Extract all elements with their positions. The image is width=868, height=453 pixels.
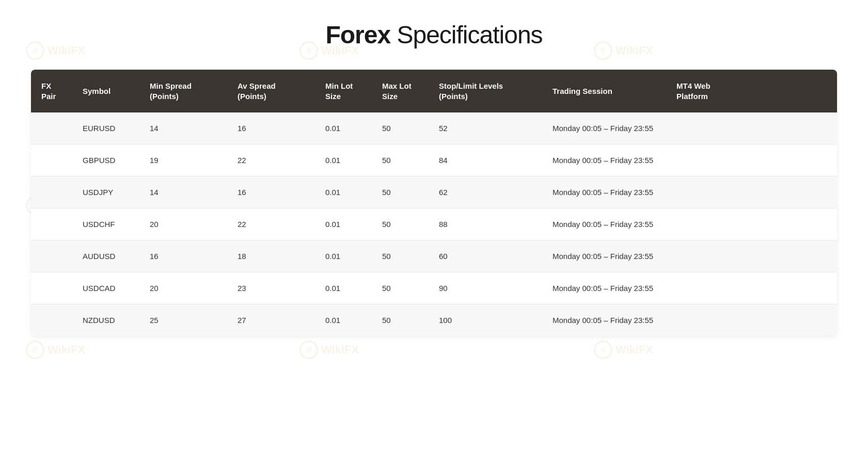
cell-fx-pair [31,144,72,176]
cell-stop-limit: 100 [429,304,542,336]
cell-min-lot: 0.01 [315,240,372,272]
header-row: FXPair Symbol Min Spread(Points) Av Spre… [31,70,837,112]
cell-av-spread: 22 [227,208,315,240]
cell-stop-limit: 88 [429,208,542,240]
cell-symbol: USDJPY [72,176,139,208]
cell-max-lot: 50 [372,176,429,208]
cell-stop-limit: 62 [429,176,542,208]
th-min-lot: Min LotSize [315,70,372,112]
cell-min-lot: 0.01 [315,272,372,304]
cell-fx-pair [31,176,72,208]
th-av-spread: Av Spread(Points) [227,70,315,112]
page-wrapper: Forex Specifications FXPair Symbol Min S… [0,0,868,357]
cell-min-lot: 0.01 [315,208,372,240]
th-trading-session: Trading Session [542,70,666,112]
cell-av-spread: 16 [227,112,315,144]
cell-stop-limit: 60 [429,240,542,272]
cell-min-lot: 0.01 [315,112,372,144]
th-fx-pair: FXPair [31,70,72,112]
cell-min-lot: 0.01 [315,144,372,176]
table-row: USDCAD20230.015090Monday 00:05 – Friday … [31,272,837,304]
table-header: FXPair Symbol Min Spread(Points) Av Spre… [31,70,837,112]
cell-symbol: USDCAD [72,272,139,304]
cell-trading-session: Monday 00:05 – Friday 23:55 [542,304,666,336]
cell-fx-pair [31,112,72,144]
cell-min-lot: 0.01 [315,304,372,336]
cell-trading-session: Monday 00:05 – Friday 23:55 [542,176,666,208]
th-min-spread: Min Spread(Points) [139,70,227,112]
cell-max-lot: 50 [372,240,429,272]
table-body: EURUSD14160.015052Monday 00:05 – Friday … [31,112,837,336]
cell-fx-pair [31,208,72,240]
cell-av-spread: 18 [227,240,315,272]
cell-av-spread: 23 [227,272,315,304]
cell-max-lot: 50 [372,304,429,336]
cell-mt4 [666,240,837,272]
cell-max-lot: 50 [372,144,429,176]
cell-mt4 [666,112,837,144]
th-stop-limit: Stop/Limit Levels(Points) [429,70,542,112]
cell-mt4 [666,272,837,304]
cell-min-spread: 20 [139,208,227,240]
cell-av-spread: 16 [227,176,315,208]
cell-trading-session: Monday 00:05 – Friday 23:55 [542,208,666,240]
th-symbol: Symbol [72,70,139,112]
cell-fx-pair [31,240,72,272]
cell-min-lot: 0.01 [315,176,372,208]
cell-min-spread: 14 [139,176,227,208]
cell-min-spread: 16 [139,240,227,272]
th-mt4: MT4 WebPlatform [666,70,837,112]
page-title-bold: Forex [325,21,390,48]
cell-symbol: GBPUSD [72,144,139,176]
cell-stop-limit: 90 [429,272,542,304]
specs-table: FXPair Symbol Min Spread(Points) Av Spre… [31,70,837,336]
cell-mt4 [666,144,837,176]
cell-symbol: USDCHF [72,208,139,240]
cell-min-spread: 25 [139,304,227,336]
cell-fx-pair [31,272,72,304]
cell-min-spread: 19 [139,144,227,176]
table-row: EURUSD14160.015052Monday 00:05 – Friday … [31,112,837,144]
cell-symbol: NZDUSD [72,304,139,336]
cell-max-lot: 50 [372,272,429,304]
table-row: USDJPY14160.015062Monday 00:05 – Friday … [31,176,837,208]
cell-fx-pair [31,304,72,336]
cell-mt4 [666,176,837,208]
specs-table-container: FXPair Symbol Min Spread(Points) Av Spre… [31,70,837,336]
cell-stop-limit: 52 [429,112,542,144]
cell-trading-session: Monday 00:05 – Friday 23:55 [542,240,666,272]
cell-min-spread: 14 [139,112,227,144]
cell-mt4 [666,304,837,336]
page-title-regular: Specifications [390,21,543,48]
cell-av-spread: 22 [227,144,315,176]
cell-mt4 [666,208,837,240]
cell-trading-session: Monday 00:05 – Friday 23:55 [542,112,666,144]
page-title: Forex Specifications [31,21,837,49]
cell-symbol: AUDUSD [72,240,139,272]
cell-max-lot: 50 [372,112,429,144]
table-row: GBPUSD19220.015084Monday 00:05 – Friday … [31,144,837,176]
cell-trading-session: Monday 00:05 – Friday 23:55 [542,272,666,304]
cell-trading-session: Monday 00:05 – Friday 23:55 [542,144,666,176]
cell-stop-limit: 84 [429,144,542,176]
table-row: USDCHF20220.015088Monday 00:05 – Friday … [31,208,837,240]
cell-symbol: EURUSD [72,112,139,144]
table-row: AUDUSD16180.015060Monday 00:05 – Friday … [31,240,837,272]
table-row: NZDUSD25270.0150100Monday 00:05 – Friday… [31,304,837,336]
cell-av-spread: 27 [227,304,315,336]
th-max-lot: Max LotSize [372,70,429,112]
cell-max-lot: 50 [372,208,429,240]
cell-min-spread: 20 [139,272,227,304]
